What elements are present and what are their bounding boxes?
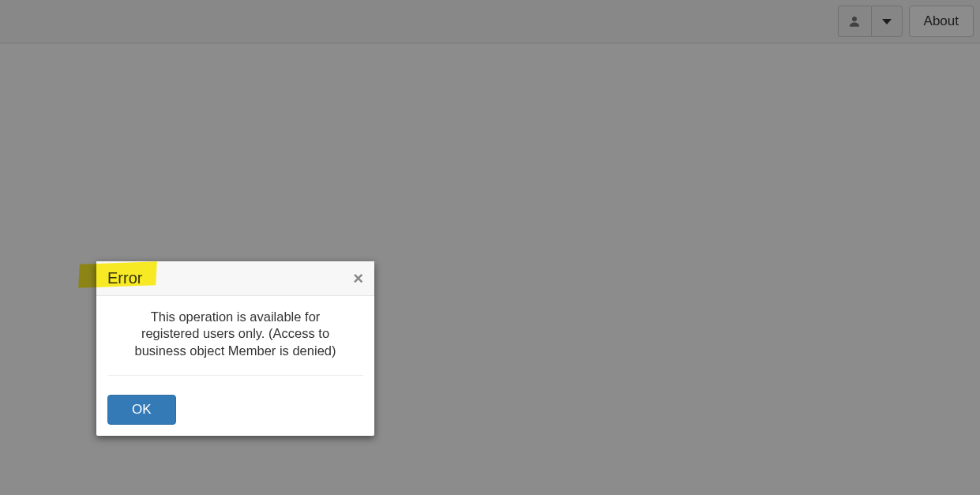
error-modal: Error × This operation is available for …: [96, 261, 374, 436]
modal-header: Error ×: [96, 261, 374, 296]
modal-footer: OK: [96, 384, 374, 436]
close-icon: ×: [353, 268, 363, 288]
ok-button[interactable]: OK: [107, 395, 176, 425]
close-button[interactable]: ×: [353, 270, 363, 287]
modal-message: This operation is available for register…: [107, 296, 363, 376]
modal-title: Error: [107, 269, 142, 287]
